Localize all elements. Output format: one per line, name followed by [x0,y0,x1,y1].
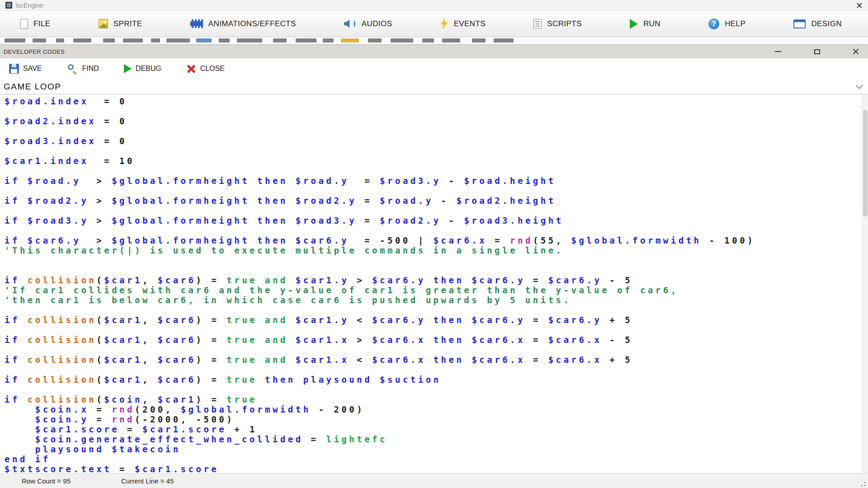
code-line: $road3.index = 0 [5,136,868,146]
code-line: $road.index = 0 [5,96,868,106]
current-line: Current Line = 45 [121,477,174,485]
code-line: if collision($car1, $car6) = true and $c… [5,335,868,345]
code-line: playsound $takecoin [5,444,868,454]
toolbar-item-sprite[interactable]: SPRITE [99,19,142,28]
sprite-icon [99,19,108,28]
magnifier-icon [67,63,78,75]
save-button[interactable]: SAVE [9,64,42,74]
code-lines: $road.index = 0 $road2.index = 0 $road3.… [0,94,868,473]
code-line [5,265,868,275]
main-toolbar: FILE SPRITE ANIMATIONS/EFFECTS AUDIOS EV… [0,11,868,37]
code-line [5,166,868,176]
toolbar-item-label: HELP [725,19,745,28]
save-label: SAVE [23,65,42,73]
toolbar-item-scripts[interactable]: SCRIPTS [533,19,581,29]
code-line: $coin.x = rnd(200, $global.formwidth - 2… [5,404,868,414]
code-line [5,126,868,136]
toolbar-item-run[interactable]: RUN [630,19,660,29]
toolbar-item-label: SCRIPTS [547,19,581,28]
code-line [5,365,868,375]
code-line [5,385,868,394]
debug-button[interactable]: DEBUG [124,64,161,73]
green-play-icon [124,64,132,73]
green-play-icon [630,19,638,29]
game-loop-section-header[interactable]: GAME LOOP [0,79,868,94]
toolbar-item-file[interactable]: FILE [20,19,51,29]
code-editor[interactable]: $road.index = 0 $road2.index = 0 $road3.… [0,94,868,473]
code-line: if $road3.y > $global.formheight then $r… [5,216,868,225]
code-line: if collision($car1, $car6) = true then p… [5,375,868,385]
toolbar-item-label: RUN [643,19,660,28]
code-line: 'then car1 is below car6, in which case … [5,295,868,305]
toolbar-item-help[interactable]: HELP [708,19,745,29]
code-line [5,325,868,335]
code-line [5,225,868,235]
code-line: $coin.generate_effect_when_collided = li… [5,434,868,444]
toolbar-item-label: AUDIOS [362,19,392,28]
code-line: 'If car1 collides with car6 and the y-va… [5,285,868,295]
close-icon[interactable] [848,46,863,57]
close-icon[interactable] [856,2,863,9]
code-line: end if [5,454,868,464]
main-titlebar: iscEngine [0,0,868,11]
code-line [5,206,868,216]
script-icon [533,19,542,29]
background-window-row [0,37,868,44]
resize-grip[interactable] [859,479,866,487]
code-line [5,345,868,355]
isc-engine-window: iscEngine FILE SPRITE ANIMATIONS/EFFECTS… [0,0,868,488]
status-bar: Row Count = 95 Current Line = 45 [0,473,868,488]
lightning-icon [440,18,448,29]
toolbar-item-label: ANIMATIONS/EFFECTS [208,19,296,28]
code-line: if collision($car1, $car6) = true and $c… [5,315,868,325]
toolbar-item-label: DESIGN [811,19,842,28]
toolbar-item-events[interactable]: EVENTS [440,18,486,29]
window-design-icon [793,19,806,28]
app-title: iscEngine [16,2,43,9]
close-label: CLOSE [200,65,225,73]
file-icon [20,19,28,29]
maximize-icon[interactable] [809,46,825,57]
toolbar-item-label: FILE [33,19,51,28]
code-line: 'This character(|) is used to execute mu… [5,245,868,255]
code-line: if collision($coin, $car1) = true [5,394,868,404]
developer-toolbar: SAVE FIND DEBUG CLOSE [0,58,868,79]
code-line: if $road2.y > $global.formheight then $r… [5,196,868,206]
toolbar-item-label: SPRITE [113,19,142,28]
toolbar-item-label: EVENTS [454,19,486,28]
code-line [5,146,868,156]
code-line: if collision($car1, $car6) = true and $c… [5,355,868,365]
row-count: Row Count = 95 [22,477,71,485]
code-line: $car1.index = 10 [5,156,868,166]
toolbar-item-audios[interactable]: AUDIOS [344,19,392,28]
scrollbar-thumb[interactable] [863,110,868,216]
speaker-icon [344,19,356,28]
help-question-icon [708,19,719,29]
code-line: $car1.score = $car1.score + 1 [5,424,868,434]
film-strip-icon [190,19,203,28]
vertical-scrollbar[interactable] [862,94,868,473]
minimize-icon[interactable] [770,46,786,57]
code-line [5,305,868,315]
red-x-icon [186,64,196,74]
code-line: $txtscore.text = $car1.score [5,464,868,473]
find-label: FIND [82,65,99,73]
code-line: if collision($car1, $car6) = true and $c… [5,275,868,285]
chevron-down-icon[interactable] [856,82,863,89]
toolbar-item-design[interactable]: DESIGN [793,19,842,28]
code-line: $road2.index = 0 [5,116,868,126]
code-line [5,186,868,196]
code-line: $coin.y = rnd(-2000, -500) [5,414,868,424]
toolbar-item-animations-effects[interactable]: ANIMATIONS/EFFECTS [190,19,296,28]
game-loop-label: GAME LOOP [4,82,61,92]
code-line: if $car6.y > $global.formheight then $ca… [5,235,868,245]
developer-codes-titlebar: DEVELOPER CODES [0,45,868,58]
floppy-save-icon [9,64,19,74]
developer-codes-title: DEVELOPER CODES [4,48,65,55]
app-icon [5,2,12,9]
find-button[interactable]: FIND [67,63,99,75]
code-line [5,106,868,116]
code-line: if $road.y > $global.formheight then $ro… [5,176,868,186]
close-button[interactable]: CLOSE [186,64,225,74]
debug-label: DEBUG [136,65,161,73]
